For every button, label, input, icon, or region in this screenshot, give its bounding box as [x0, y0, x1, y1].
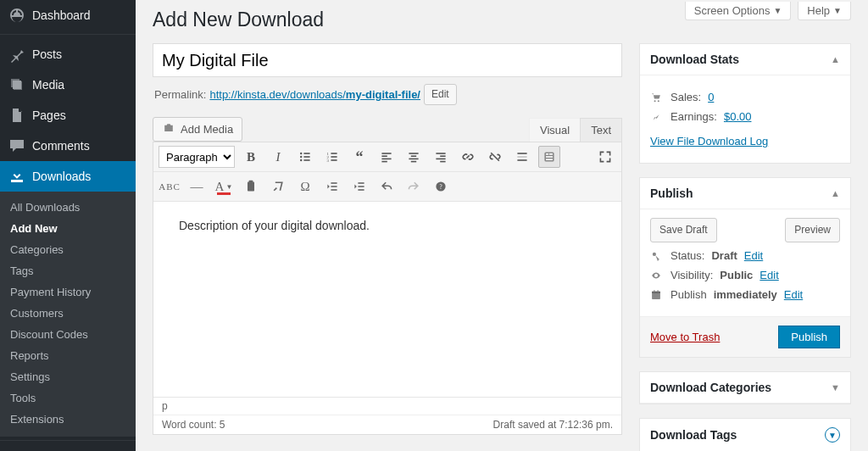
svg-rect-22	[436, 159, 445, 160]
indent-button[interactable]	[348, 175, 370, 198]
italic-button[interactable]: I	[267, 146, 289, 168]
svg-rect-17	[411, 156, 416, 158]
help-toggle[interactable]: Help ▼	[798, 2, 851, 20]
sidebar-item-pages[interactable]: Pages	[0, 100, 136, 131]
sidebar-item-posts[interactable]: Posts	[0, 39, 136, 70]
page-icon	[8, 107, 25, 124]
insert-more-button[interactable]	[511, 146, 533, 168]
svg-rect-1	[303, 153, 309, 154]
sidebar-item-downloads[interactable]: Downloads	[0, 161, 136, 192]
submenu-settings[interactable]: Settings	[0, 366, 136, 387]
expand-icon: ▼	[831, 382, 840, 393]
download-categories-box: Download Categories ▼	[639, 371, 851, 404]
download-categories-header[interactable]: Download Categories ▼	[640, 372, 850, 404]
media-icon	[8, 76, 25, 93]
strikethrough-button[interactable]: ABC	[159, 175, 181, 198]
unlink-button[interactable]	[484, 146, 506, 168]
submenu-categories[interactable]: Categories	[0, 239, 136, 260]
svg-rect-21	[440, 156, 445, 158]
paste-text-button[interactable]	[240, 175, 262, 198]
chart-icon	[650, 111, 664, 123]
download-title-input[interactable]	[153, 43, 622, 77]
submenu-reports[interactable]: Reports	[0, 345, 136, 366]
fullscreen-button[interactable]	[594, 146, 616, 168]
sidebar-item-label: Pages	[32, 109, 66, 122]
earnings-value-link[interactable]: $0.00	[724, 110, 752, 123]
toolbar-toggle-button[interactable]	[538, 146, 560, 168]
move-to-trash-link[interactable]: Move to Trash	[650, 331, 720, 343]
permalink-link[interactable]: http://kinsta.dev/downloads/my-digital-f…	[209, 88, 420, 101]
submenu-extensions[interactable]: Extensions	[0, 409, 136, 430]
blockquote-button[interactable]: “	[348, 146, 370, 168]
stats-sales-row: Sales: 0	[650, 91, 840, 103]
collapse-icon: ▲	[831, 54, 840, 64]
publish-button[interactable]: Publish	[778, 326, 840, 348]
download-stats-header[interactable]: Download Stats ▲	[640, 44, 850, 75]
svg-rect-33	[249, 181, 253, 182]
editor: Paragraph B I 123 “	[153, 142, 622, 435]
keyboard-shortcuts-button[interactable]: ?	[430, 175, 452, 198]
view-download-log-link[interactable]: View File Download Log	[650, 135, 768, 148]
horizontal-rule-button[interactable]: —	[186, 175, 208, 198]
sales-value-link[interactable]: 0	[708, 91, 714, 103]
visibility-label: Visibility:	[670, 269, 713, 281]
sidebar-item-appearance[interactable]: Appearance	[0, 445, 136, 451]
editor-body[interactable]: Description of your digital download.	[153, 202, 621, 397]
sidebar-item-comments[interactable]: Comments	[0, 131, 136, 161]
schedule-edit-link[interactable]: Edit	[784, 288, 803, 301]
screen-options-toggle[interactable]: Screen Options ▼	[685, 2, 792, 20]
permalink-label: Permalink:	[154, 88, 206, 101]
submenu-add-new[interactable]: Add New	[0, 218, 136, 239]
text-color-button[interactable]: A▼	[213, 175, 235, 198]
tab-visual[interactable]: Visual	[529, 118, 581, 142]
svg-rect-11	[331, 159, 337, 161]
main-column: Permalink: http://kinsta.dev/downloads/m…	[153, 43, 622, 435]
bulleted-list-button[interactable]	[294, 146, 316, 168]
sidebar-item-dashboard[interactable]: Dashboard	[0, 0, 136, 31]
align-left-button[interactable]	[376, 146, 398, 168]
svg-rect-39	[358, 189, 364, 191]
insert-link-button[interactable]	[457, 146, 479, 168]
svg-rect-46	[652, 291, 660, 292]
status-edit-link[interactable]: Edit	[744, 249, 763, 262]
tab-text[interactable]: Text	[580, 118, 622, 142]
svg-rect-23	[440, 161, 445, 163]
clear-formatting-button[interactable]	[267, 175, 289, 198]
align-center-button[interactable]	[403, 146, 425, 168]
special-character-button[interactable]: Ω	[294, 175, 316, 198]
download-tags-header[interactable]: Download Tags ▼	[640, 419, 850, 451]
svg-point-42	[654, 100, 656, 102]
camera-icon	[162, 121, 175, 137]
sidebar-submenu-downloads: All Downloads Add New Categories Tags Pa…	[0, 192, 136, 437]
sidebar-item-media[interactable]: Media	[0, 70, 136, 100]
svg-rect-16	[409, 153, 418, 154]
outdent-button[interactable]	[321, 175, 343, 198]
download-tags-title: Download Tags	[650, 428, 737, 442]
align-right-button[interactable]	[430, 146, 452, 168]
download-tags-box: Download Tags ▼	[639, 418, 851, 451]
numbered-list-button[interactable]: 123	[321, 146, 343, 168]
svg-rect-12	[381, 153, 391, 154]
submenu-tags[interactable]: Tags	[0, 260, 136, 281]
add-media-button[interactable]: Add Media	[153, 117, 242, 142]
svg-rect-32	[248, 182, 254, 192]
sidebar-item-label: Comments	[32, 139, 90, 153]
svg-rect-30	[546, 156, 553, 158]
undo-button[interactable]	[376, 175, 398, 198]
editor-top: Add Media Visual Text	[153, 117, 622, 142]
publish-header[interactable]: Publish ▲	[640, 178, 850, 209]
submenu-payment-history[interactable]: Payment History	[0, 281, 136, 303]
format-select[interactable]: Paragraph	[159, 146, 235, 168]
redo-button[interactable]	[403, 175, 425, 198]
save-draft-button[interactable]: Save Draft	[650, 218, 717, 242]
download-icon	[8, 168, 25, 185]
permalink-slug: my-digital-file/	[346, 88, 420, 101]
submenu-customers[interactable]: Customers	[0, 303, 136, 324]
bold-button[interactable]: B	[240, 146, 262, 168]
preview-button[interactable]: Preview	[785, 218, 840, 242]
submenu-tools[interactable]: Tools	[0, 387, 136, 409]
submenu-discount-codes[interactable]: Discount Codes	[0, 324, 136, 345]
visibility-edit-link[interactable]: Edit	[760, 269, 778, 281]
submenu-all-downloads[interactable]: All Downloads	[0, 197, 136, 218]
permalink-edit-button[interactable]: Edit	[424, 84, 457, 105]
